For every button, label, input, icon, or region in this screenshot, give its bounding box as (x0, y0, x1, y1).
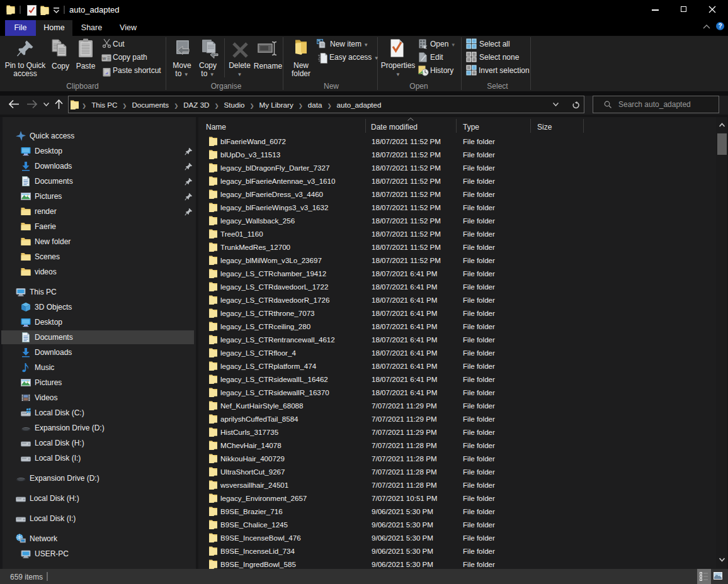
svg-text:w: w (102, 55, 106, 61)
